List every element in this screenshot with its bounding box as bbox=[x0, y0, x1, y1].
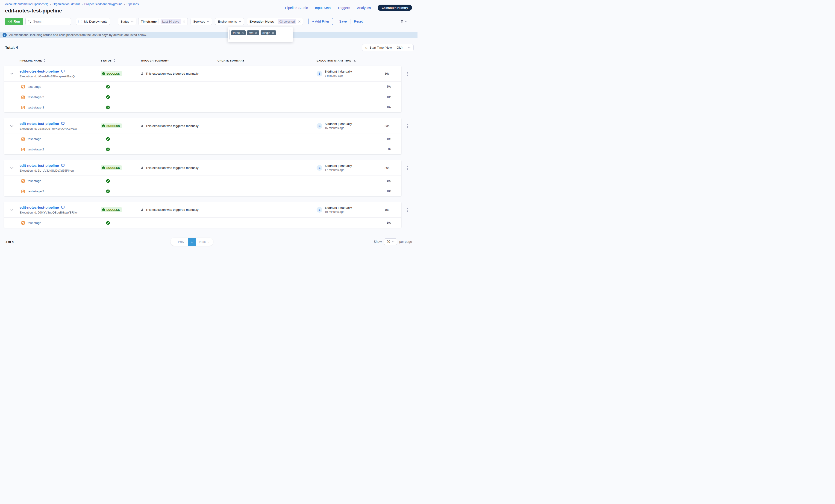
add-filter-button[interactable]: + Add Filter bbox=[308, 18, 333, 25]
row-menu-button[interactable] bbox=[405, 208, 410, 213]
stage-row[interactable]: test-stage-2 10s bbox=[4, 92, 401, 102]
search-box bbox=[25, 18, 71, 25]
pipeline-name-link[interactable]: edit-notes-test-pipeline bbox=[20, 164, 59, 168]
stage-name-link[interactable]: test-stage bbox=[28, 85, 41, 88]
stage-row[interactable]: test-stage 10s bbox=[4, 175, 401, 186]
my-deployments-checkbox[interactable] bbox=[79, 20, 82, 23]
breadcrumb-account[interactable]: Account: automationPipelinesNg bbox=[5, 2, 48, 6]
stage-row[interactable]: test-stage 10s bbox=[4, 217, 401, 228]
trigger-summary: This execution was triggered manually bbox=[141, 124, 218, 128]
close-icon[interactable] bbox=[255, 32, 257, 34]
execution-notes-filter[interactable]: Execution Notes 03 selected bbox=[247, 18, 303, 25]
top-nav: Pipeline Studio Input Sets Triggers Anal… bbox=[285, 5, 412, 11]
stage-row[interactable]: test-stage 10s bbox=[4, 81, 401, 92]
expand-chevron-icon[interactable] bbox=[4, 209, 20, 211]
stage-name-link[interactable]: test-stage-3 bbox=[28, 106, 44, 109]
tab-analytics[interactable]: Analytics bbox=[357, 6, 371, 10]
stage-row[interactable]: test-stage-2 10s bbox=[4, 186, 401, 196]
pipeline-name-link[interactable]: edit-notes-test-pipeline bbox=[20, 206, 59, 210]
header-execution-start-time[interactable]: EXECUTION START TIME bbox=[317, 59, 376, 62]
stage-duration: 10s bbox=[387, 96, 401, 99]
comment-icon[interactable] bbox=[61, 122, 65, 126]
breadcrumb-pipelines[interactable]: Pipelines bbox=[126, 2, 139, 6]
page-size-select[interactable]: 20 bbox=[384, 238, 397, 245]
comment-icon[interactable] bbox=[61, 164, 65, 167]
person-icon bbox=[141, 208, 144, 211]
my-deployments-toggle[interactable]: My Deployments bbox=[76, 18, 110, 25]
stage-row[interactable]: test-stage-2 8s bbox=[4, 144, 401, 154]
timeframe-filter[interactable]: Timeframe Last 30 days bbox=[138, 18, 188, 25]
stage-name-link[interactable]: test-stage-2 bbox=[28, 96, 44, 99]
search-input[interactable] bbox=[25, 18, 71, 25]
tab-triggers[interactable]: Triggers bbox=[338, 6, 350, 10]
breadcrumb-organization[interactable]: Organization: default bbox=[53, 2, 80, 6]
author-label: Siddhant | Manually bbox=[325, 164, 352, 167]
check-circle-icon bbox=[106, 221, 110, 225]
pipeline-name-link[interactable]: edit-notes-test-pipeline bbox=[20, 69, 59, 74]
stage-name-link[interactable]: test-stage bbox=[28, 221, 41, 225]
stage-name-link[interactable]: test-stage-2 bbox=[28, 190, 44, 193]
comment-icon[interactable] bbox=[61, 206, 65, 209]
breadcrumb-separator: › bbox=[82, 2, 83, 6]
run-button[interactable]: Run bbox=[5, 18, 23, 25]
execution-notes-tag-input[interactable]: three two single bbox=[229, 29, 291, 40]
check-circle-icon bbox=[102, 124, 105, 127]
page-number-1[interactable]: 1 bbox=[188, 238, 196, 246]
close-icon[interactable] bbox=[298, 21, 301, 23]
edit-stage-icon bbox=[21, 95, 25, 99]
search-icon bbox=[28, 20, 31, 24]
execution-id: Execution Id: jfGwzhPnS7KwapxektBacQ bbox=[20, 75, 101, 78]
status-badge: SUCCESS bbox=[101, 165, 122, 170]
row-menu-button[interactable] bbox=[405, 166, 410, 171]
save-button[interactable]: Save bbox=[339, 20, 347, 23]
edit-stage-icon bbox=[21, 137, 25, 141]
stage-row[interactable]: test-stage 10s bbox=[4, 133, 401, 144]
expand-chevron-icon[interactable] bbox=[4, 167, 20, 169]
funnel-icon bbox=[400, 20, 404, 23]
pipeline-name-link[interactable]: edit-notes-test-pipeline bbox=[20, 122, 59, 126]
filter-menu-button[interactable] bbox=[400, 20, 407, 23]
environments-filter[interactable]: Environments bbox=[215, 18, 244, 25]
breadcrumb-project[interactable]: Project: siddhant-playground bbox=[84, 2, 123, 6]
check-circle-icon bbox=[106, 147, 110, 151]
chevron-down-icon bbox=[131, 21, 134, 22]
sort-dropdown[interactable]: ↑↓ Start Time (New → Old) bbox=[362, 44, 413, 51]
reset-button[interactable]: Reset bbox=[354, 20, 363, 23]
close-icon[interactable] bbox=[183, 21, 185, 23]
top-bar: Account: automationPipelinesNg › Organiz… bbox=[0, 0, 418, 14]
check-circle-icon bbox=[106, 95, 110, 99]
row-menu-button[interactable] bbox=[405, 71, 410, 77]
stage-row[interactable]: test-stage-3 10s bbox=[4, 102, 401, 112]
chevron-down-icon bbox=[405, 21, 407, 22]
stage-duration: 8s bbox=[388, 148, 401, 151]
comment-icon[interactable] bbox=[61, 69, 65, 73]
page-size-control: Show 20 per page bbox=[374, 238, 412, 245]
stage-name-link[interactable]: test-stage bbox=[28, 137, 41, 141]
time-ago: 8 minutes ago bbox=[325, 74, 352, 78]
trigger-summary: This execution was triggered manually bbox=[141, 166, 218, 170]
stage-name-link[interactable]: test-stage bbox=[28, 179, 41, 183]
breadcrumb-separator: › bbox=[50, 2, 51, 6]
expand-chevron-icon[interactable] bbox=[4, 125, 20, 127]
tab-execution-history[interactable]: Execution History bbox=[378, 5, 412, 11]
execution-start-info: S Siddhant | Manually 16 minutes ago bbox=[317, 122, 376, 130]
services-filter[interactable]: Services bbox=[190, 18, 212, 25]
close-icon[interactable] bbox=[272, 32, 274, 34]
stage-name-link[interactable]: test-stage-2 bbox=[28, 148, 44, 151]
tab-input-sets[interactable]: Input Sets bbox=[315, 6, 331, 10]
header-status[interactable]: STATUS bbox=[101, 59, 141, 62]
execution-id: Execution Id: DSkYV3upQBuqBGpqYBRllw bbox=[20, 211, 101, 214]
status-filter[interactable]: Status bbox=[118, 18, 137, 25]
next-page-button[interactable]: Next → bbox=[196, 238, 213, 246]
edit-stage-icon bbox=[21, 189, 25, 193]
row-menu-button[interactable] bbox=[405, 124, 410, 129]
close-icon[interactable] bbox=[242, 32, 244, 34]
header-trigger-summary: TRIGGER SUMMARY bbox=[141, 59, 218, 62]
expand-chevron-icon[interactable] bbox=[4, 72, 20, 75]
status-badge: SUCCESS bbox=[101, 207, 122, 212]
header-pipeline-name[interactable]: PIPELINE NAME bbox=[20, 59, 101, 62]
prev-page-button[interactable]: ← Prev bbox=[170, 238, 188, 246]
edit-stage-icon bbox=[21, 85, 25, 89]
chevron-down-icon bbox=[239, 21, 241, 22]
tab-pipeline-studio[interactable]: Pipeline Studio bbox=[285, 6, 308, 10]
